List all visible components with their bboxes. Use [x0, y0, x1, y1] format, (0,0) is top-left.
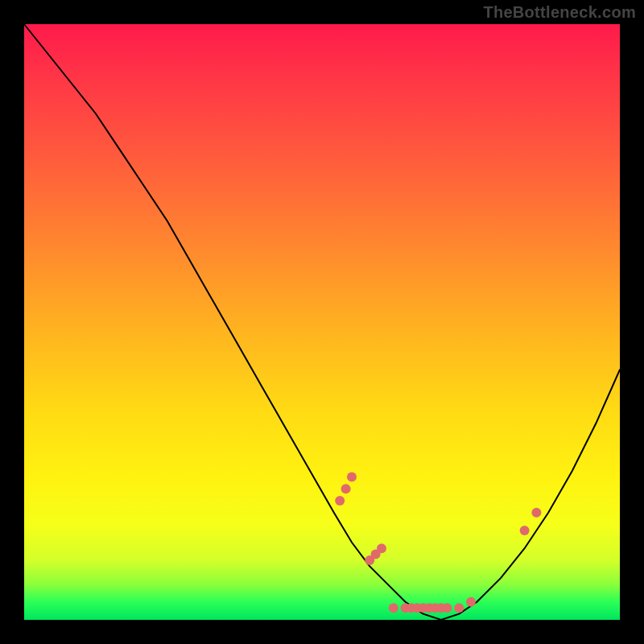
curve-markers	[335, 472, 541, 613]
marker-dot	[347, 472, 357, 481]
marker-dot	[341, 484, 351, 493]
chart-frame: TheBottleneck.com	[0, 0, 644, 644]
plot-area	[24, 24, 620, 620]
marker-dot	[335, 496, 345, 506]
marker-dot	[389, 603, 398, 613]
marker-dot	[466, 597, 476, 607]
marker-dot	[520, 526, 530, 535]
watermark-label: TheBottleneck.com	[483, 3, 636, 22]
marker-dot	[454, 603, 464, 613]
chart-svg	[24, 24, 620, 620]
marker-dot	[442, 603, 452, 613]
marker-dot	[531, 508, 541, 518]
marker-dot	[377, 543, 386, 553]
curve-line	[24, 24, 620, 620]
